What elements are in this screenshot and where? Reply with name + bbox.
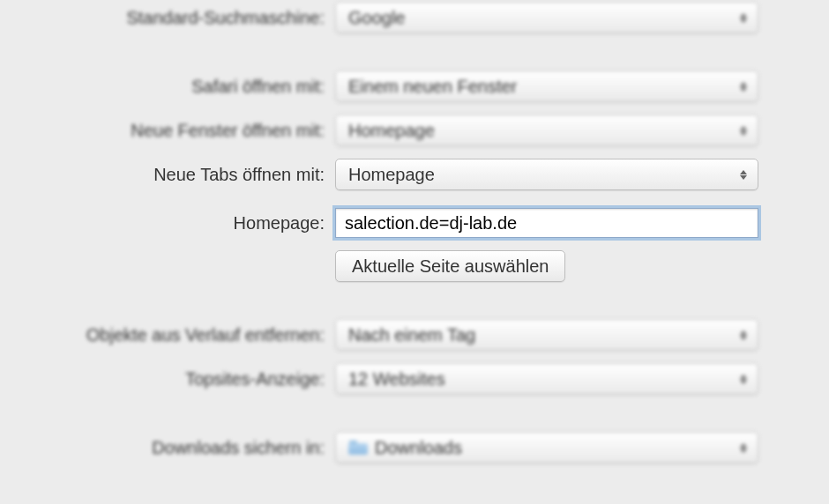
select-new-tabs[interactable]: Homepage <box>335 159 758 190</box>
select-new-windows-value: Homepage <box>348 121 435 141</box>
select-new-windows[interactable]: Homepage <box>335 115 758 146</box>
folder-icon <box>348 441 368 455</box>
select-topsites[interactable]: 12 Websites <box>335 363 758 395</box>
input-homepage[interactable] <box>335 208 758 238</box>
select-safari-open-value: Einem neuen Fenster <box>348 77 517 97</box>
row-new-windows: Neue Fenster öffnen mit: Homepage <box>18 115 829 146</box>
row-search-engine: Standard-Suchmaschine: Google <box>18 2 829 33</box>
label-downloads: Downloads sichern in: <box>18 438 335 458</box>
select-topsites-value: 12 Websites <box>348 369 445 389</box>
stepper-icon <box>735 330 752 340</box>
row-new-tabs: Neue Tabs öffnen mit: Homepage <box>18 159 829 190</box>
stepper-icon <box>735 374 752 384</box>
stepper-icon <box>735 443 752 453</box>
label-homepage: Homepage: <box>18 213 335 233</box>
stepper-icon <box>735 82 752 92</box>
row-topsites: Topsites-Anzeige: 12 Websites <box>18 363 829 395</box>
label-safari-open: Safari öffnen mit: <box>18 77 335 97</box>
select-search-engine-value: Google <box>348 8 406 28</box>
select-new-tabs-value: Homepage <box>348 165 435 185</box>
label-new-windows: Neue Fenster öffnen mit: <box>18 121 335 141</box>
label-history-remove: Objekte aus Verlauf entfernen: <box>18 325 335 345</box>
row-history-remove: Objekte aus Verlauf entfernen: Nach eine… <box>18 319 829 351</box>
select-downloads-folder-value: Downloads <box>375 438 462 458</box>
stepper-icon <box>735 13 752 23</box>
row-downloads: Downloads sichern in: Downloads <box>18 432 829 463</box>
label-search-engine: Standard-Suchmaschine: <box>18 8 335 28</box>
row-homepage-button: Aktuelle Seite auswählen <box>18 250 829 282</box>
label-new-tabs: Neue Tabs öffnen mit: <box>18 165 335 185</box>
select-downloads-folder[interactable]: Downloads <box>335 432 758 463</box>
select-safari-open[interactable]: Einem neuen Fenster <box>335 70 758 102</box>
select-history-remove[interactable]: Nach einem Tag <box>335 319 758 351</box>
stepper-icon <box>735 170 752 180</box>
select-search-engine[interactable]: Google <box>335 2 758 33</box>
label-topsites: Topsites-Anzeige: <box>18 369 335 389</box>
row-safari-open: Safari öffnen mit: Einem neuen Fenster <box>18 70 829 102</box>
stepper-icon <box>735 126 752 136</box>
preferences-general-form: Standard-Suchmaschine: Google Safari öff… <box>0 2 829 463</box>
row-homepage: Homepage: <box>18 208 829 238</box>
select-history-remove-value: Nach einem Tag <box>348 325 475 345</box>
button-set-current-page[interactable]: Aktuelle Seite auswählen <box>335 250 565 282</box>
